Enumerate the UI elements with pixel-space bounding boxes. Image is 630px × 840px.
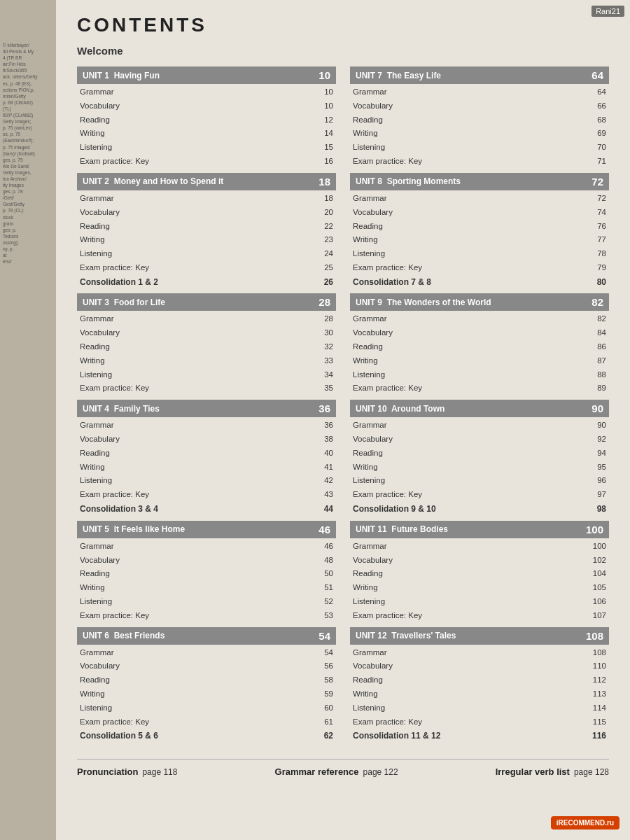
item-label: Consolidation 1 & 2	[80, 276, 158, 289]
item-label: Exam practice: Key	[80, 716, 149, 729]
item-page: 54	[324, 647, 333, 659]
list-item: Reading50	[77, 567, 336, 581]
item-label: Writing	[353, 355, 378, 368]
list-item: Exam practice: Key25	[77, 261, 336, 275]
item-label: Exam practice: Key	[80, 155, 149, 168]
list-item: Listening42	[77, 474, 336, 488]
unit-items: Grammar36Vocabulary38Reading40Writing41L…	[77, 419, 336, 516]
list-item: Vocabulary20	[77, 206, 336, 220]
list-item: Grammar100	[350, 540, 609, 554]
unit-header: UNIT 9 The Wonders of the World82	[350, 293, 609, 311]
footer-label: Grammar reference	[275, 766, 359, 777]
item-label: Listening	[353, 369, 385, 382]
unit-items: Grammar64Vocabulary66Reading68Writing69L…	[350, 85, 609, 169]
unit-page: 90	[592, 402, 603, 414]
item-label: Grammar	[80, 647, 114, 659]
item-label: Listening	[80, 248, 112, 260]
list-item: Reading104	[350, 567, 609, 581]
item-page: 94	[597, 447, 606, 460]
unit-items: Grammar90Vocabulary92Reading94Writing95L…	[350, 419, 609, 516]
item-page: 77	[597, 234, 606, 246]
item-label: Exam practice: Key	[80, 262, 149, 274]
list-item: Exam practice: Key16	[77, 155, 336, 169]
item-label: Listening	[80, 475, 112, 487]
unit-page: 18	[318, 176, 330, 188]
item-label: Vocabulary	[80, 327, 120, 340]
list-item: Writing77	[350, 233, 609, 247]
item-label: Exam practice: Key	[353, 382, 422, 395]
list-item: Exam practice: Key89	[350, 382, 609, 396]
list-item: Vocabulary56	[77, 659, 336, 673]
item-page: 107	[593, 610, 606, 622]
item-page: 69	[597, 127, 606, 140]
footer-item: Irregular verb listpage 128	[496, 766, 609, 777]
item-page: 41	[324, 461, 333, 474]
item-page: 108	[593, 647, 606, 659]
list-item: Grammar72	[350, 192, 609, 206]
list-item: Grammar64	[350, 85, 609, 99]
unit-items: Grammar10Vocabulary10Reading12Writing14L…	[77, 85, 336, 169]
item-label: Writing	[80, 461, 105, 474]
item-label: Consolidation 3 & 4	[80, 503, 158, 516]
list-item: Consolidation 3 & 444	[77, 502, 336, 517]
item-label: Grammar	[353, 540, 387, 553]
item-label: Listening	[353, 596, 385, 608]
list-item: Exam practice: Key115	[350, 715, 609, 729]
list-item: Grammar54	[77, 646, 336, 660]
left-margin: © killerbayer/40 Pends & My4 (TR BRair;F…	[0, 0, 56, 840]
item-page: 116	[592, 729, 606, 743]
item-page: 61	[324, 716, 333, 729]
list-item: Grammar90	[350, 419, 609, 433]
item-label: Reading	[353, 568, 383, 580]
footer-row: Pronunciationpage 118Grammar referencepa…	[77, 759, 609, 777]
list-item: Writing59	[77, 687, 336, 701]
list-item: Writing14	[77, 127, 336, 141]
unit-page: 82	[592, 296, 603, 308]
left-column: UNIT 1 Having Fun10Grammar10Vocabulary10…	[77, 62, 336, 746]
item-page: 52	[324, 596, 333, 608]
unit-header: UNIT 1 Having Fun10	[77, 66, 336, 84]
item-label: Writing	[80, 355, 105, 368]
item-label: Grammar	[353, 313, 387, 326]
item-page: 72	[597, 192, 606, 205]
item-page: 48	[324, 554, 333, 567]
unit-header: UNIT 12 Travellers' Tales108	[350, 627, 609, 645]
list-item: Grammar10	[77, 85, 336, 99]
item-page: 71	[597, 155, 606, 168]
item-label: Exam practice: Key	[80, 489, 149, 501]
item-page: 95	[597, 461, 606, 474]
item-page: 60	[324, 702, 333, 715]
item-label: Grammar	[353, 192, 387, 205]
item-label: Reading	[80, 674, 110, 687]
item-label: Grammar	[353, 419, 387, 432]
list-item: Vocabulary92	[350, 433, 609, 447]
item-page: 80	[597, 276, 606, 289]
list-item: Writing113	[350, 687, 609, 701]
item-label: Reading	[353, 674, 383, 687]
list-item: Exam practice: Key61	[77, 715, 336, 729]
item-label: Writing	[353, 461, 378, 474]
item-label: Writing	[80, 582, 105, 594]
item-page: 115	[593, 716, 606, 729]
list-item: Reading112	[350, 673, 609, 687]
item-page: 10	[324, 86, 333, 99]
item-label: Vocabulary	[353, 660, 393, 673]
item-label: Exam practice: Key	[353, 489, 422, 501]
list-item: Consolidation 5 & 662	[77, 729, 336, 743]
list-item: Listening106	[350, 595, 609, 609]
item-page: 33	[324, 355, 333, 368]
item-label: Reading	[353, 447, 383, 460]
footer-page: page 118	[142, 767, 177, 777]
list-item: Listening34	[77, 368, 336, 382]
unit-items: Grammar100Vocabulary102Reading104Writing…	[350, 540, 609, 623]
item-page: 50	[324, 568, 333, 580]
list-item: Grammar108	[350, 646, 609, 660]
item-label: Reading	[353, 114, 383, 127]
list-item: Listening114	[350, 701, 609, 715]
list-item: Listening24	[77, 247, 336, 261]
footer-label: Irregular verb list	[496, 766, 570, 777]
item-page: 32	[324, 341, 333, 354]
list-item: Vocabulary10	[77, 99, 336, 113]
item-page: 92	[597, 433, 606, 446]
unit-title: UNIT 12 Travellers' Tales	[356, 631, 456, 640]
